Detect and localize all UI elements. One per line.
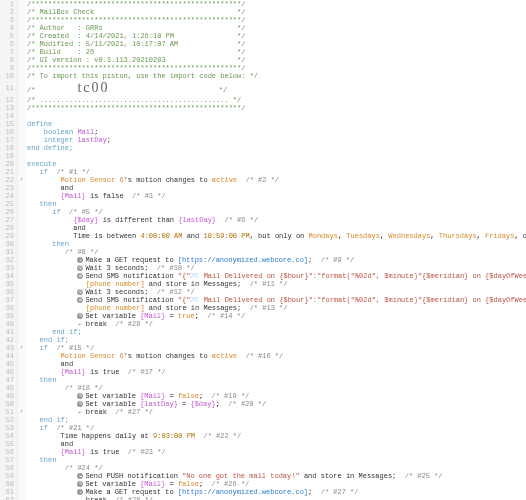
keyword-if: if <box>52 208 60 216</box>
set-icon: ✎ <box>77 481 83 487</box>
device: Motion Sensor 6 <box>61 176 124 184</box>
comment: /* #1 */ <box>56 168 90 176</box>
line-number-gutter: 1234567891011121314151617181920212223242… <box>0 0 18 500</box>
comment: /***************************************… <box>27 0 245 8</box>
keyword: end if; <box>40 336 69 344</box>
set-icon: ✎ <box>77 401 83 407</box>
keyword: end define; <box>27 144 73 152</box>
text: is different than <box>103 216 174 224</box>
keyword-if: if <box>40 424 48 432</box>
string: "{"✉️ Mail Delivered on {$hour}":"format… <box>178 296 526 304</box>
keyword: integer <box>44 136 73 144</box>
text: Set variable <box>85 312 135 320</box>
keyword-break: - break <box>77 320 106 328</box>
comment: /* Created : 4/14/2021, 1:26:10 PM */ <box>27 32 245 40</box>
text: Wait 3 seconds; <box>85 288 148 296</box>
text: Time is between <box>73 232 136 240</box>
comment: /* Build : 26 */ <box>27 48 245 56</box>
import-code: tc00 <box>77 80 109 95</box>
comment: /* To import this piston, use the import… <box>27 72 258 80</box>
text: is true <box>90 368 119 376</box>
keyword: end if; <box>40 416 69 424</box>
breakpoint-gutter: ⚡⚡⚡ <box>18 0 25 500</box>
text: is false <box>90 192 124 200</box>
string: "{"✉️ Mail Delivered on {$hour}":"format… <box>178 272 526 280</box>
time: 9:03:00 PM <box>153 432 195 440</box>
comment: /* MailBox Check */ <box>27 8 245 16</box>
trigger-icon: ⚡ <box>18 344 25 352</box>
set-icon: ✎ <box>77 313 83 319</box>
sms-icon: ✉ <box>77 273 83 279</box>
comment: /* <box>27 86 77 94</box>
keyword: and <box>61 184 74 192</box>
keyword-if: if <box>40 168 48 176</box>
time: 10:59:00 PM <box>203 232 249 240</box>
time: 4:00:00 AM <box>140 232 182 240</box>
comment: /* UI version : v0.3.113.20210203 */ <box>27 56 245 64</box>
keyword: and <box>73 224 86 232</box>
comment: /* Author : GRRs */ <box>27 24 245 32</box>
text: Send PUSH notification <box>85 472 177 480</box>
keyword: boolean <box>44 128 73 136</box>
url[interactable]: [https://anonymized.webcore.co] <box>178 256 308 264</box>
url[interactable]: [https://anonymized.webcore.co] <box>178 488 308 496</box>
variable: {lastDay} <box>178 216 216 224</box>
keyword-define: define <box>27 120 52 128</box>
text: , but only on <box>250 232 305 240</box>
variable: lastDay <box>77 136 106 144</box>
sms-icon: ✉ <box>77 297 83 303</box>
device: Motion Sensor 6 <box>61 352 124 360</box>
contact: [phone number] <box>86 280 145 288</box>
comment: /***************************************… <box>27 16 245 24</box>
trigger-icon: ⚡ <box>18 408 25 416</box>
set-icon: ✎ <box>77 393 83 399</box>
variable: {Mail} <box>61 192 86 200</box>
keyword-then: then <box>52 240 69 248</box>
keyword-execute: execute <box>27 160 56 168</box>
string: "No one got the mail today!" <box>182 472 300 480</box>
variable: {$day} <box>73 216 98 224</box>
push-icon: ☁ <box>77 473 83 479</box>
keyword-if: if <box>40 344 48 352</box>
clock-icon: ⏱ <box>77 265 83 271</box>
keyword-break: - break <box>77 408 106 416</box>
download-icon: ↓ <box>77 489 83 495</box>
keyword-then: then <box>40 376 57 384</box>
comment: /***************************************… <box>27 104 245 112</box>
text: Make a GET request to <box>85 256 173 264</box>
keyword-then: then <box>40 200 57 208</box>
state: active <box>212 176 237 184</box>
text: and store in Messages; <box>149 304 241 312</box>
keyword-break: - break <box>77 496 106 500</box>
variable: Mail <box>77 128 94 136</box>
text: Wait 3 seconds; <box>85 264 148 272</box>
text: Time happens daily at <box>61 432 149 440</box>
text: Send SMS notification <box>85 272 173 280</box>
comment: /* .....................................… <box>27 96 241 104</box>
comment: /* Modified : 5/11/2021, 10:17:07 AM */ <box>27 40 245 48</box>
text: Send SMS notification <box>85 296 173 304</box>
text: 's motion changes to <box>124 176 208 184</box>
keyword-then: then <box>40 456 57 464</box>
comment: /***************************************… <box>27 64 245 72</box>
code-editor[interactable]: /***************************************… <box>25 0 526 500</box>
text: and store in Messages; <box>149 280 241 288</box>
contact: [phone number] <box>86 304 145 312</box>
trigger-icon: ⚡ <box>18 176 25 184</box>
clock-icon: ⏱ <box>77 289 83 295</box>
download-icon: ↓ <box>77 257 83 263</box>
keyword: end if; <box>52 328 81 336</box>
